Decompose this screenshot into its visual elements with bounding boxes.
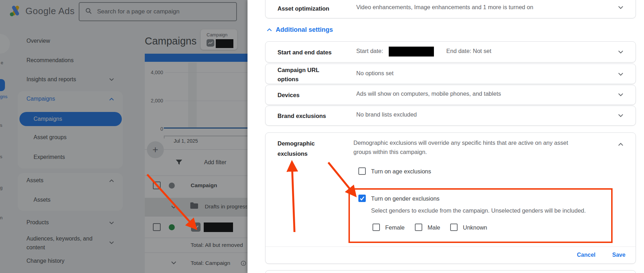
gender-female-label[interactable]: Female — [385, 224, 405, 231]
google-ads-screen: Google Ads e gns s s g n Overview Recomm… — [0, 0, 644, 273]
demographic-description-line2: groups within this campaign. — [353, 149, 427, 155]
end-date-value: End date: Not set — [446, 48, 491, 54]
chevron-up-icon[interactable] — [616, 140, 625, 149]
setting-value: Video enhancements, Image enhancements a… — [356, 4, 533, 11]
setting-row-asset-optimization[interactable]: Asset optimization Video enhancements, I… — [265, 0, 636, 18]
modal-scrim[interactable] — [0, 0, 248, 273]
setting-label: Brand exclusions — [278, 111, 326, 120]
age-exclusions-checkbox[interactable] — [358, 167, 366, 175]
setting-row-start-end-dates[interactable]: Start and end dates Start date: End date… — [265, 41, 636, 63]
gender-exclusions-label[interactable]: Turn on gender exclusions — [371, 195, 440, 202]
setting-value: Ads will show on computers, mobile phone… — [356, 90, 501, 97]
setting-row-demographic-exclusions: Demographic exclusions Demographic exclu… — [265, 132, 636, 264]
gender-male-checkbox[interactable] — [415, 224, 422, 231]
campaign-settings-panel: Asset optimization Video enhancements, I… — [248, 0, 644, 273]
card-footer-divider — [266, 247, 636, 247]
setting-row-devices[interactable]: Devices Ads will show on computers, mobi… — [265, 85, 636, 105]
chevron-down-icon[interactable] — [616, 90, 625, 99]
redacted-box — [389, 47, 434, 57]
gender-help-text: Select genders to exclude from the campa… — [371, 207, 586, 214]
setting-label: Asset optimization — [278, 4, 329, 13]
setting-value: No brand lists excluded — [356, 111, 417, 118]
caret-up-icon — [266, 26, 273, 34]
gender-female-checkbox[interactable] — [372, 224, 380, 231]
gender-unknown-checkbox[interactable] — [450, 224, 458, 231]
cancel-button[interactable]: Cancel — [577, 252, 595, 258]
chevron-down-icon[interactable] — [616, 3, 625, 12]
additional-settings-toggle[interactable]: Additional settings — [266, 26, 333, 34]
age-exclusions-label[interactable]: Turn on age exclusions — [371, 168, 431, 175]
chevron-down-icon[interactable] — [616, 70, 625, 78]
setting-row-next-partial[interactable] — [265, 270, 636, 273]
setting-label: Start and end dates — [278, 48, 332, 57]
setting-label: Demographic exclusions — [278, 138, 325, 159]
setting-label: Campaign URL options — [278, 65, 322, 84]
save-button[interactable]: Save — [612, 252, 625, 258]
setting-row-brand-exclusions[interactable]: Brand exclusions No brand lists excluded — [265, 106, 636, 126]
chevron-down-icon[interactable] — [616, 48, 625, 56]
gender-exclusions-checkbox[interactable] — [358, 195, 366, 202]
gender-male-label[interactable]: Male — [428, 224, 440, 231]
setting-label: Devices — [278, 90, 299, 100]
demographic-description-line1: Demographic exclusions will override any… — [353, 140, 568, 146]
additional-settings-label: Additional settings — [276, 26, 333, 34]
setting-value: No options set — [356, 70, 393, 77]
setting-row-campaign-url-options[interactable]: Campaign URL options No options set — [265, 64, 636, 84]
gender-unknown-label[interactable]: Unknown — [463, 224, 487, 231]
chevron-down-icon[interactable] — [616, 111, 625, 120]
start-date-prefix: Start date: — [356, 48, 383, 54]
